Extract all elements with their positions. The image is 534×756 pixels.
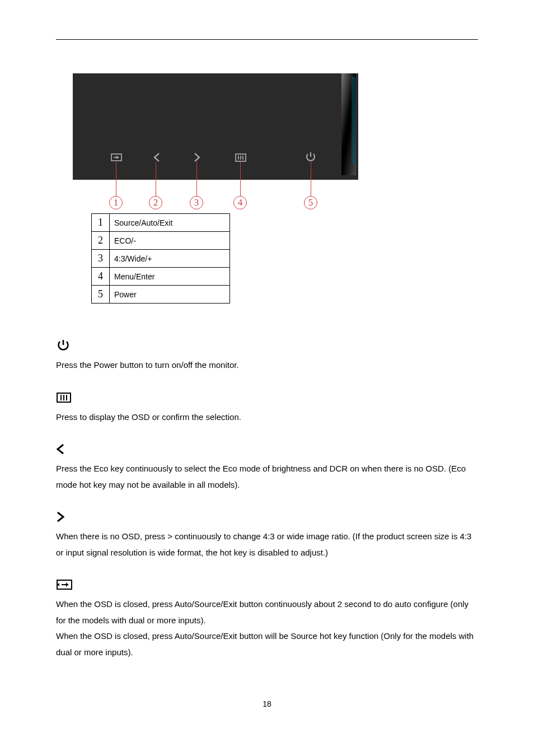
power-icon (56, 337, 478, 354)
power-text: Press the Power button to turn on/off th… (56, 357, 478, 374)
callout-numbers: 1 2 3 4 5 (73, 178, 358, 209)
table-row: 4Menu/Enter (92, 268, 230, 286)
monitor-figure: 1 2 3 4 5 1Source/Auto/Exit 2ECO/- 34:3/… (73, 73, 358, 304)
callout-num-2: 2 (149, 196, 162, 209)
table-row: 2ECO/- (92, 232, 230, 250)
callout-num-4: 4 (233, 196, 247, 209)
source-icon (110, 151, 123, 164)
ratio-text: When there is no OSD, press > continuous… (56, 529, 478, 561)
table-row: 5Power (92, 286, 230, 304)
chevron-left-icon (150, 151, 163, 164)
menu-text: Press to display the OSD or confirm the … (56, 409, 478, 426)
menu-icon (234, 151, 247, 164)
legend-num: 5 (92, 286, 110, 304)
source-icon (56, 576, 478, 593)
legend-num: 3 (92, 250, 110, 268)
legend-desc: Source/Auto/Exit (110, 214, 230, 232)
page-number: 18 (56, 699, 478, 708)
source-text-1: When the OSD is closed, press Auto/Sourc… (56, 596, 478, 628)
legend-desc: 4:3/Wide/+ (110, 250, 230, 268)
top-rule (56, 39, 478, 40)
source-text-2: When the OSD is closed, press Auto/Sourc… (56, 628, 478, 660)
callout-num-3: 3 (190, 196, 203, 209)
table-row: 1Source/Auto/Exit (92, 214, 230, 232)
table-row: 34:3/Wide/+ (92, 250, 230, 268)
legend-desc: ECO/- (110, 232, 230, 250)
legend-num: 1 (92, 214, 110, 232)
menu-icon (56, 389, 478, 406)
legend-num: 2 (92, 232, 110, 250)
legend-desc: Power (110, 286, 230, 304)
legend-num: 4 (92, 268, 110, 286)
legend-table: 1Source/Auto/Exit 2ECO/- 34:3/Wide/+ 4Me… (91, 213, 230, 304)
callout-num-1: 1 (109, 196, 123, 209)
chevron-left-icon (56, 441, 478, 458)
eco-text: Press the Eco key continuously to select… (56, 461, 478, 493)
callout-num-5: 5 (304, 196, 317, 209)
monitor-edge (341, 73, 356, 175)
chevron-right-icon (56, 508, 478, 525)
legend-desc: Menu/Enter (110, 268, 230, 286)
chevron-right-icon (190, 151, 204, 164)
